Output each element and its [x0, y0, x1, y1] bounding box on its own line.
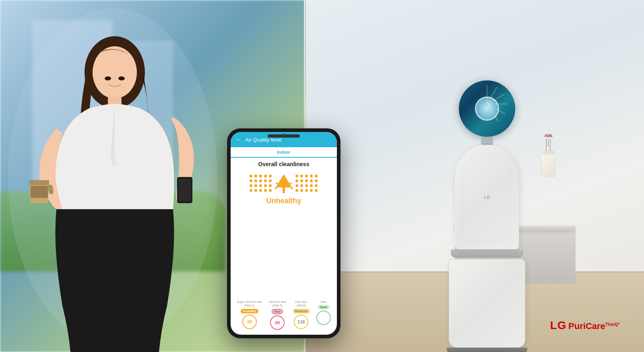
svg-point-19 — [291, 187, 293, 189]
metric-odor: Odor Weak — [316, 300, 331, 330]
badge-pm100: Moderate — [293, 309, 310, 313]
purifier-base — [451, 249, 523, 257]
woman-figure — [0, 0, 225, 352]
svg-point-17 — [290, 183, 292, 185]
value-pm10: 39 — [242, 315, 257, 329]
badge-pm10: Unhealthy — [241, 309, 258, 313]
vase-decoration — [541, 153, 555, 177]
svg-point-2 — [93, 46, 137, 99]
svg-point-16 — [276, 183, 278, 185]
badge-pm25: Poor — [272, 309, 283, 314]
air-purifier: LG — [443, 80, 531, 330]
purifier-bottom-base — [447, 348, 527, 352]
purifier-lg-logo: LG — [484, 195, 490, 200]
phone-mockup: ← Air Quality level Indoor Overall clean… — [227, 129, 340, 338]
phone-camera — [283, 134, 285, 136]
tab-bar: Indoor — [231, 147, 337, 158]
badge-odor: Weak — [318, 305, 329, 309]
purifier-body-bottom — [449, 259, 525, 348]
brand-puricare-text: PuriCareThinQ° — [568, 321, 620, 331]
svg-rect-12 — [283, 187, 285, 193]
purifier-body-top: LG — [455, 145, 519, 249]
metric-label-pm100: Fine dust (PM10) — [295, 300, 307, 308]
brand-lg-text: LG — [550, 319, 567, 331]
svg-point-11 — [118, 76, 125, 80]
purifier-connector — [481, 137, 493, 145]
air-quality-viz — [235, 172, 333, 194]
dot-grid-right — [295, 175, 318, 192]
phone-screen: ← Air Quality level Indoor Overall clean… — [231, 132, 337, 335]
overall-cleanliness-title: Overall cleanliness — [258, 161, 310, 167]
metric-label-pm10: Super ultra fine dust (PM1.0) — [237, 300, 262, 308]
value-pm25: 89 — [270, 315, 285, 330]
metric-pm100: Fine dust (PM10) Moderate 118 — [293, 300, 310, 330]
metric-pm10: Super ultra fine dust (PM1.0) Unhealthy … — [237, 300, 262, 330]
svg-rect-7 — [31, 186, 48, 198]
purifier-fan-top — [459, 80, 515, 137]
dot-grid-left — [250, 175, 272, 192]
value-odor — [316, 311, 331, 325]
value-pm100: 118 — [294, 315, 308, 329]
brand-logo: LG PuriCareThinQ° — [550, 319, 620, 332]
svg-rect-9 — [178, 179, 191, 202]
tab-indoor[interactable]: Indoor — [231, 147, 337, 158]
svg-marker-13 — [276, 174, 292, 187]
metric-pm25: Ultra fine dust (PM2.5) Poor 89 — [269, 300, 286, 330]
status-label: Unhealthy — [266, 197, 301, 205]
svg-point-18 — [275, 187, 277, 189]
metric-label-pm25: Ultra fine dust (PM2.5) — [269, 300, 286, 308]
metric-label-odor: Odor — [320, 300, 327, 304]
metrics-row: Super ultra fine dust (PM1.0) Unhealthy … — [235, 300, 333, 331]
app-content: Overall cleanliness — [231, 158, 337, 335]
svg-rect-5 — [29, 180, 49, 185]
svg-point-10 — [105, 76, 111, 80]
back-button[interactable]: ← — [235, 136, 242, 143]
tree-icon — [274, 172, 294, 194]
vase — [541, 153, 555, 177]
